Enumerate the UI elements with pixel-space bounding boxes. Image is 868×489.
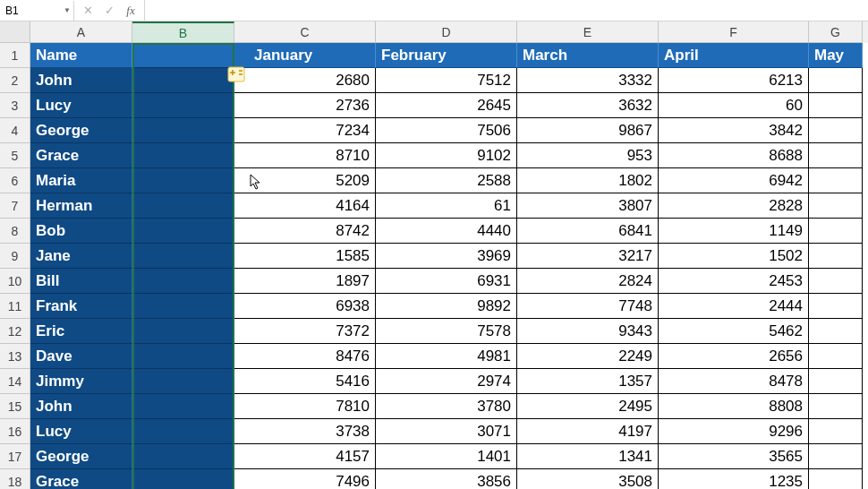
cell-value[interactable]: 3332 [517, 68, 659, 93]
cell-value[interactable]: 2736 [234, 93, 376, 118]
cell-value[interactable]: 6938 [234, 294, 376, 319]
cell-value[interactable]: 2645 [376, 93, 517, 118]
cell-value[interactable]: 3780 [376, 394, 517, 419]
row-header[interactable]: 8 [0, 219, 30, 244]
cell-g[interactable] [809, 369, 863, 394]
cell-f1[interactable]: April [659, 43, 809, 68]
cell-g[interactable] [809, 219, 863, 244]
cell-value[interactable]: 3807 [517, 193, 659, 219]
row-header[interactable]: 7 [0, 193, 30, 219]
cell-value[interactable]: 5416 [234, 369, 376, 394]
cell-value[interactable]: 3738 [234, 419, 376, 444]
cell-b[interactable] [132, 219, 234, 244]
cell-value[interactable]: 1401 [376, 444, 517, 469]
cell-b[interactable] [132, 143, 234, 168]
formula-input[interactable] [145, 1, 868, 21]
cell-b[interactable] [132, 444, 234, 469]
cell-name[interactable]: John [30, 68, 132, 93]
cell-name[interactable]: Eric [30, 319, 132, 344]
name-box[interactable] [0, 1, 61, 21]
cell-value[interactable]: 3856 [376, 469, 517, 489]
row-header[interactable]: 9 [0, 244, 30, 269]
cell-value[interactable]: 1502 [659, 244, 809, 269]
cell-value[interactable]: 9867 [517, 118, 659, 143]
cell-b[interactable] [132, 68, 234, 93]
cell-b[interactable] [132, 244, 234, 269]
cell-value[interactable]: 8808 [659, 394, 809, 419]
cell-g[interactable] [809, 269, 863, 294]
cell-value[interactable]: 9343 [517, 319, 659, 344]
cell-g[interactable] [809, 118, 863, 143]
cell-value[interactable]: 9892 [376, 294, 517, 319]
cell-b[interactable] [132, 394, 234, 419]
column-header-f[interactable]: F [659, 21, 809, 43]
cell-name[interactable]: Herman [30, 193, 132, 219]
row-header[interactable]: 13 [0, 344, 30, 369]
cell-value[interactable]: 2249 [517, 344, 659, 369]
cell-c1[interactable]: January [234, 43, 376, 68]
cell-value[interactable]: 3842 [659, 118, 809, 143]
row-header[interactable]: 15 [0, 394, 30, 419]
cell-value[interactable]: 6931 [376, 269, 517, 294]
cell-value[interactable]: 1357 [517, 369, 659, 394]
cell-g[interactable] [809, 244, 863, 269]
row-header[interactable]: 4 [0, 118, 30, 143]
cell-name[interactable]: Bob [30, 219, 132, 244]
row-header[interactable]: 17 [0, 444, 30, 469]
cell-value[interactable]: 3632 [517, 93, 659, 118]
row-header[interactable]: 11 [0, 294, 30, 319]
cell-value[interactable]: 1802 [517, 168, 659, 193]
row-header[interactable]: 6 [0, 168, 30, 193]
cell-value[interactable]: 1585 [234, 244, 376, 269]
cell-g[interactable] [809, 143, 863, 168]
cell-g[interactable] [809, 344, 863, 369]
row-header-1[interactable]: 1 [0, 43, 30, 68]
cell-b[interactable] [132, 193, 234, 219]
cell-value[interactable]: 61 [376, 193, 517, 219]
cell-value[interactable]: 4164 [234, 193, 376, 219]
cell-value[interactable]: 953 [517, 143, 659, 168]
cell-g[interactable] [809, 394, 863, 419]
cell-g[interactable] [809, 444, 863, 469]
row-header[interactable]: 3 [0, 93, 30, 118]
cell-name[interactable]: Lucy [30, 419, 132, 444]
cell-value[interactable]: 2495 [517, 394, 659, 419]
cell-name[interactable]: Grace [30, 469, 132, 489]
cell-g[interactable] [809, 93, 863, 118]
cell-value[interactable]: 4440 [376, 219, 517, 244]
cell-b[interactable] [132, 344, 234, 369]
cell-b1[interactable] [132, 43, 234, 68]
cell-value[interactable]: 7578 [376, 319, 517, 344]
cell-d1[interactable]: February [376, 43, 517, 68]
cell-name[interactable]: George [30, 118, 132, 143]
cell-b[interactable] [132, 93, 234, 118]
row-header[interactable]: 2 [0, 68, 30, 93]
cell-value[interactable]: 5462 [659, 319, 809, 344]
cell-value[interactable]: 1897 [234, 269, 376, 294]
cell-g[interactable] [809, 294, 863, 319]
cell-value[interactable]: 9296 [659, 419, 809, 444]
fx-icon[interactable]: fx [123, 3, 139, 19]
cell-name[interactable]: Jimmy [30, 369, 132, 394]
cell-value[interactable]: 6213 [659, 68, 809, 93]
cell-value[interactable]: 1149 [659, 219, 809, 244]
cell-b[interactable] [132, 419, 234, 444]
name-box-dropdown[interactable]: ▼ [61, 1, 73, 21]
cell-b[interactable] [132, 269, 234, 294]
cell-value[interactable]: 7748 [517, 294, 659, 319]
cell-g[interactable] [809, 419, 863, 444]
column-header-d[interactable]: D [376, 21, 517, 43]
column-header-c[interactable]: C [234, 21, 376, 43]
cell-g[interactable] [809, 319, 863, 344]
cell-value[interactable]: 8688 [659, 143, 809, 168]
column-header-a[interactable]: A [30, 21, 132, 43]
cell-value[interactable]: 3565 [659, 444, 809, 469]
cell-g[interactable] [809, 193, 863, 219]
cell-g[interactable] [809, 469, 863, 489]
cell-g[interactable] [809, 168, 863, 193]
cell-value[interactable]: 8742 [234, 219, 376, 244]
cell-value[interactable]: 4197 [517, 419, 659, 444]
cell-name[interactable]: Jane [30, 244, 132, 269]
cell-value[interactable]: 4981 [376, 344, 517, 369]
cell-b[interactable] [132, 118, 234, 143]
